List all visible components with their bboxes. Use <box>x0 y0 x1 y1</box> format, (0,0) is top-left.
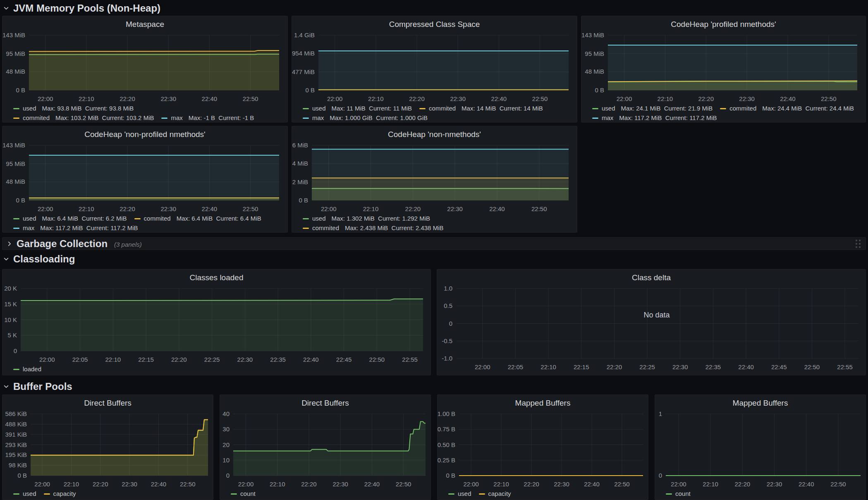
chart-canvas[interactable]: 1.00 B0.75 B0.50 B0.25 B0 B22:0022:1022:… <box>438 395 648 500</box>
svg-text:1.0: 1.0 <box>444 285 452 292</box>
legend-item-capacity[interactable]: capacity <box>479 490 511 498</box>
chart-canvas[interactable]: 1.00.50-0.5-1.022:0022:0522:1022:1522:20… <box>437 269 866 375</box>
svg-text:5 K: 5 K <box>7 332 17 339</box>
svg-text:22:30: 22:30 <box>672 363 688 370</box>
svg-text:0: 0 <box>14 347 17 354</box>
legend-item-used[interactable]: usedMax: 11 MiB Current: 11 MiB <box>303 104 412 113</box>
legend-series-stats: Max: 1.302 MiB Current: 1.292 MiB <box>332 214 430 223</box>
legend-item-used[interactable]: usedMax: 24.1 MiB Current: 21.9 MiB <box>592 104 713 113</box>
legend-series-name: commited <box>729 104 756 113</box>
panel-direct-buffers: Direct Buffers 586 KiB488 KiB391 KiB293 … <box>2 394 213 500</box>
panel-compressed-class-space: Compressed Class Space 1.4 GiB954 MiB477… <box>292 16 577 123</box>
legend-swatch <box>479 493 485 495</box>
svg-text:22:20: 22:20 <box>120 205 135 212</box>
chart-legend: usedcapacity <box>448 490 641 498</box>
legend-item-commited[interactable]: commitedMax: 2.438 MiB Current: 2.438 Mi… <box>303 224 443 232</box>
svg-text:22:00: 22:00 <box>463 481 479 488</box>
grafana-dashboard: JVM Memory Pools (Non-Heap) Metaspace 14… <box>0 0 868 500</box>
legend-swatch <box>592 118 598 119</box>
chart-legend: usedMax: 11 MiB Current: 11 MiBcommitedM… <box>303 104 569 122</box>
legend-swatch <box>419 108 426 109</box>
svg-text:954 MiB: 954 MiB <box>292 50 315 57</box>
legend-swatch <box>666 493 672 495</box>
legend-item-used[interactable]: usedMax: 93.8 MiB Current: 93.8 MiB <box>13 104 134 113</box>
legend-item-commited[interactable]: commitedMax: 6.4 MiB Current: 6.4 MiB <box>134 214 261 223</box>
svg-text:22:40: 22:40 <box>738 363 754 370</box>
chart-canvas[interactable]: 20 K15 K10 K5 K022:0022:0522:1022:1522:2… <box>2 269 430 375</box>
svg-text:0.50 B: 0.50 B <box>438 441 455 448</box>
legend-item-count[interactable]: count <box>231 490 256 498</box>
svg-text:22:30: 22:30 <box>739 95 755 102</box>
svg-text:22:40: 22:40 <box>780 95 796 102</box>
legend-swatch <box>303 118 309 119</box>
legend-swatch <box>720 108 726 109</box>
legend-item-used[interactable]: used <box>448 490 471 498</box>
legend-item-used[interactable]: usedMax: 1.302 MiB Current: 1.292 MiB <box>303 214 430 223</box>
chart-canvas[interactable]: 40302010022:0022:1022:2022:3022:4022:50 <box>220 395 430 500</box>
row-header-garbage-collection[interactable]: Garbage Collection (3 panels) <box>2 237 866 250</box>
legend-item-max[interactable]: maxMax: 117.2 MiB Current: 117.2 MiB <box>592 114 717 122</box>
svg-text:22:20: 22:20 <box>93 481 108 488</box>
svg-text:22:55: 22:55 <box>837 363 853 370</box>
panel-classes-loaded: Classes loaded 20 K15 K10 K5 K022:0022:0… <box>2 269 431 375</box>
svg-text:22:30: 22:30 <box>160 95 176 102</box>
legend-item-max[interactable]: maxMax: 117.2 MiB Current: 117.2 MiB <box>13 224 138 232</box>
row-header-jvm-memory-pools[interactable]: JVM Memory Pools (Non-Heap) <box>3 2 160 14</box>
legend-item-commited[interactable]: commitedMax: 24.4 MiB Current: 24.4 MiB <box>720 104 854 113</box>
legend-series-name: loaded <box>23 365 41 373</box>
legend-series-stats: Max: 117.2 MiB Current: 117.2 MiB <box>40 224 138 232</box>
svg-text:2 MiB: 2 MiB <box>292 178 308 185</box>
svg-text:-0.5: -0.5 <box>442 337 452 344</box>
legend-series-stats: Max: 1.000 GiB Current: 1.000 GiB <box>330 114 428 122</box>
svg-text:22:20: 22:20 <box>120 95 135 102</box>
svg-text:293 KiB: 293 KiB <box>5 441 27 448</box>
legend-item-max[interactable]: maxMax: 1.000 GiB Current: 1.000 GiB <box>303 114 428 122</box>
row-header-classloading[interactable]: Classloading <box>3 253 75 265</box>
legend-swatch <box>592 108 598 109</box>
chart-canvas[interactable]: 586 KiB488 KiB391 KiB293 KiB195 KiB98 Ki… <box>2 395 213 500</box>
legend-series-name: max <box>602 114 613 122</box>
no-data-message: No data <box>456 311 857 320</box>
svg-text:22:00: 22:00 <box>38 205 53 212</box>
svg-text:22:10: 22:10 <box>270 481 285 488</box>
legend-swatch <box>44 493 50 495</box>
svg-text:20 K: 20 K <box>4 285 17 292</box>
legend-item-commited[interactable]: commitedMax: 103.2 MiB Current: 103.2 Mi… <box>13 114 154 122</box>
row-header-buffer-pools[interactable]: Buffer Pools <box>3 381 72 392</box>
legend-item-used[interactable]: used <box>13 490 36 498</box>
svg-text:0 B: 0 B <box>17 472 27 479</box>
legend-series-name: used <box>23 214 36 223</box>
legend-swatch <box>161 118 167 119</box>
svg-text:22:50: 22:50 <box>532 95 548 102</box>
svg-text:0: 0 <box>449 320 452 327</box>
svg-text:22:00: 22:00 <box>34 481 50 488</box>
legend-swatch <box>13 108 19 109</box>
legend-item-loaded[interactable]: loaded <box>13 365 41 373</box>
legend-item-count[interactable]: count <box>666 490 691 498</box>
legend-series-name: commited <box>144 214 171 223</box>
legend-series-stats: Max: 11 MiB Current: 11 MiB <box>332 104 412 113</box>
svg-text:15 K: 15 K <box>4 300 17 308</box>
svg-text:22:50: 22:50 <box>243 205 258 212</box>
legend-item-used[interactable]: usedMax: 6.4 MiB Current: 6.2 MiB <box>13 214 127 223</box>
svg-text:22:50: 22:50 <box>396 481 411 488</box>
legend-series-name: capacity <box>488 490 511 498</box>
row-title-garbage-collection: Garbage Collection <box>17 238 108 250</box>
svg-text:30: 30 <box>222 425 230 433</box>
svg-text:1.00 B: 1.00 B <box>438 410 455 417</box>
legend-series-name: commited <box>429 104 456 113</box>
chart-legend: usedMax: 24.1 MiB Current: 21.9 MiBcommi… <box>592 104 858 122</box>
drag-handle-icon[interactable] <box>856 240 861 248</box>
legend-swatch <box>303 228 309 229</box>
panel-mapped-buffers-count: Mapped Buffers 1022:0022:1022:2022:3022:… <box>655 394 866 500</box>
legend-item-commited[interactable]: commitedMax: 14 MiB Current: 14 MiB <box>419 104 543 113</box>
svg-text:22:30: 22:30 <box>237 356 253 363</box>
legend-series-stats: Max: 6.4 MiB Current: 6.4 MiB <box>177 214 261 223</box>
panel-direct-buffers-count: Direct Buffers 40302010022:0022:1022:202… <box>220 394 431 500</box>
row-title-buffer-pools: Buffer Pools <box>13 381 72 392</box>
chart-canvas[interactable]: 1022:0022:1022:2022:3022:4022:50 <box>655 395 866 500</box>
legend-item-capacity[interactable]: capacity <box>44 490 76 498</box>
svg-text:143 MiB: 143 MiB <box>2 31 25 38</box>
legend-series-stats: Max: 6.4 MiB Current: 6.2 MiB <box>42 214 127 223</box>
legend-item-max[interactable]: maxMax: -1 B Current: -1 B <box>161 114 254 122</box>
